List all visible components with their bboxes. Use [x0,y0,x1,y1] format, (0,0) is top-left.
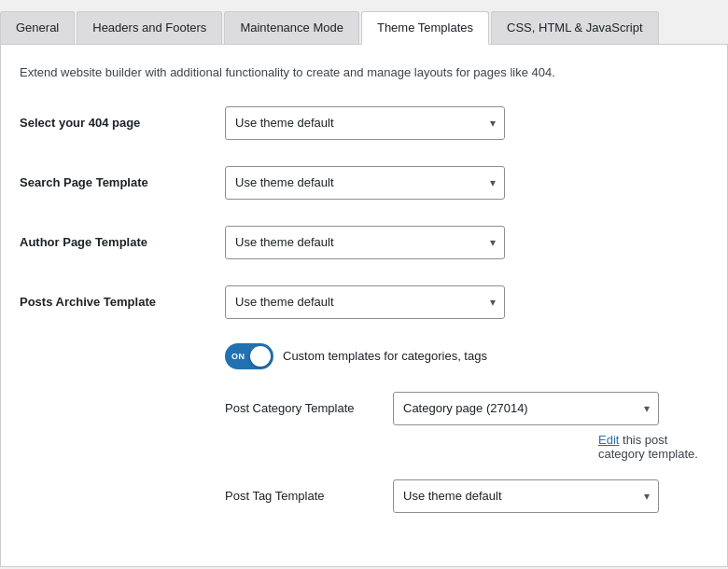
page-description: Extend website builder with additional f… [20,63,708,82]
category-section: Post Category Template Category page (27… [20,392,708,513]
control-author: Use theme default ▾ [225,226,708,259]
select-posts-archive[interactable]: Use theme default [225,285,505,319]
tab-theme-templates[interactable]: Theme Templates [361,11,489,45]
tab-maintenance-mode[interactable]: Maintenance Mode [224,11,359,44]
field-row-search: Search Page Template Use theme default ▾ [20,164,708,201]
content-area: Extend website builder with additional f… [0,45,728,567]
select-author[interactable]: Use theme default [225,226,505,259]
select-search[interactable]: Use theme default [225,166,505,200]
label-author: Author Page Template [20,235,225,249]
select-wrapper-search: Use theme default ▾ [225,166,505,200]
toggle-custom-templates[interactable]: ON [225,343,273,369]
edit-link-row: Edit this post category template. [225,433,708,461]
edit-category-link[interactable]: Edit [598,433,619,447]
select-category-template[interactable]: Category page (27014) Use theme default [393,392,659,425]
tab-css-html-js[interactable]: CSS, HTML & JavaScript [491,11,658,44]
select-wrapper-author: Use theme default ▾ [225,226,505,259]
tab-headers-footers[interactable]: Headers and Footers [77,11,222,44]
label-404: Select your 404 page [20,116,225,130]
toggle-on-label: ON [231,352,245,361]
toggle-row: ON Custom templates for categories, tags [20,343,708,369]
label-tag-template: Post Tag Template [225,489,393,503]
tabs-bar: General Headers and Footers Maintenance … [0,0,728,45]
select-404[interactable]: Use theme default [225,106,505,140]
toggle-thumb [250,346,271,367]
label-posts-archive: Posts Archive Template [20,295,225,309]
label-search: Search Page Template [20,175,225,189]
field-row-posts-archive: Posts Archive Template Use theme default… [20,284,708,321]
select-wrapper-posts-archive: Use theme default ▾ [225,285,505,319]
control-posts-archive: Use theme default ▾ [225,285,708,319]
tab-general[interactable]: General [0,11,75,44]
select-wrapper-tag: Use theme default ▾ [393,479,659,513]
label-category-template: Post Category Template [225,401,393,415]
select-tag-template[interactable]: Use theme default [393,479,659,513]
field-row-404: Select your 404 page Use theme default ▾ [20,104,708,142]
select-wrapper-category: Category page (27014) Use theme default … [393,392,659,425]
category-field-row: Post Category Template Category page (27… [225,392,708,425]
toggle-description: Custom templates for categories, tags [283,349,487,363]
control-search: Use theme default ▾ [225,166,708,200]
select-wrapper-404: Use theme default ▾ [225,106,505,140]
post-tag-row: Post Tag Template Use theme default ▾ [225,479,708,513]
control-404: Use theme default ▾ [225,106,708,140]
field-row-author: Author Page Template Use theme default ▾ [20,224,708,261]
